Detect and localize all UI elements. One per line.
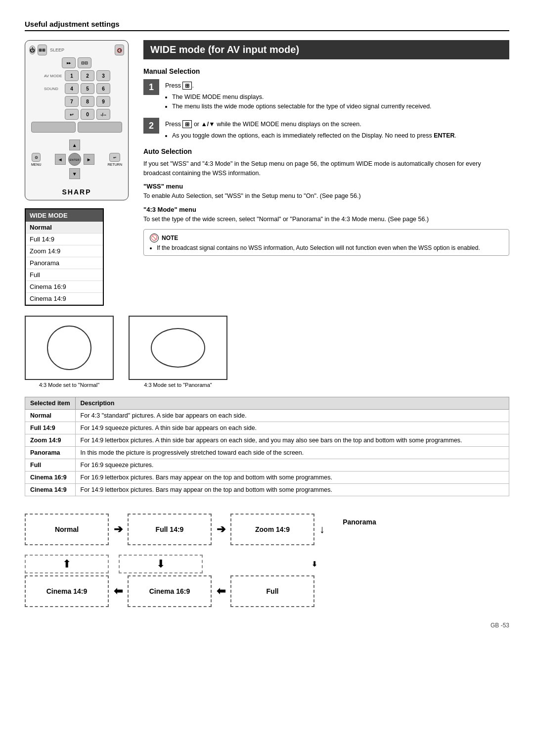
desc-full149: For 14:9 squeeze pictures. A thin side b… (75, 422, 509, 434)
remote-wide-btn[interactable]: ⊞⊞ (38, 45, 47, 55)
page-number: GB -53 (25, 622, 509, 629)
flow-cinema169: Cinema 16:9 (128, 575, 212, 607)
wide-mode-item-full149[interactable]: Full 14:9 (26, 234, 103, 245)
remote-btn-8[interactable]: 8 (81, 96, 94, 107)
remote-control: ⏻ ⊞⊞ SLEEP 🔇 ▸▸ ⊡⊡ AV MODE 1 2 3 SOUND 4… (25, 40, 129, 200)
step-1-num: 1 (143, 79, 159, 95)
images-row: 4:3 Mode set to "Normal" 4:3 Mode set to… (25, 316, 509, 388)
wide-btn-icon: ⊞ (182, 82, 192, 90)
remote-btn-2[interactable]: 2 (81, 70, 94, 81)
wide-mode-item-normal[interactable]: Normal (26, 222, 103, 234)
remote-btn-9[interactable]: 9 (96, 96, 110, 107)
manual-selection-title: Manual Selection (143, 67, 509, 75)
remote-blank-row1 (29, 122, 124, 133)
screen-circle-normal (47, 326, 91, 370)
remote-menu-icon[interactable]: ⊙ (32, 153, 41, 162)
caption-normal: 4:3 Mode set to "Normal" (39, 382, 99, 388)
flow-arrow-2: ➔ (212, 523, 230, 536)
remote-btn-6[interactable]: 6 (96, 83, 110, 94)
item-cinema169: Cinema 16:9 (25, 472, 76, 484)
image-box-panorama: 4:3 Mode set to "Panorama" (129, 316, 227, 388)
step-1-bullet-2: The menu lists the wide mode options sel… (172, 102, 432, 111)
dpad-up[interactable]: ▲ (69, 140, 80, 150)
dpad-right[interactable]: ► (84, 154, 94, 165)
remote-column: ⏻ ⊞⊞ SLEEP 🔇 ▸▸ ⊡⊡ AV MODE 1 2 3 SOUND 4… (25, 40, 134, 306)
wss-menu-body: To enable Auto Selection, set "WSS" in t… (143, 191, 509, 201)
table-header-row: Selected item Description (25, 397, 509, 410)
table-row: Full 14:9 For 14:9 squeeze pictures. A t… (25, 422, 509, 434)
remote-cc-btn[interactable]: ▸▸ (62, 57, 76, 68)
table-row: Cinema 14:9 For 14:9 letterbox pictures.… (25, 484, 509, 496)
remote-btn-5[interactable]: 5 (81, 83, 94, 94)
flow-arrow-down-right: ↓ (314, 523, 330, 536)
remote-dpad: ▲ ◄ ENTER ► ▼ (55, 140, 94, 179)
desc-full: For 16:9 squeeze pictures. (75, 459, 509, 472)
flow-arrow-left-1: ⬅ (109, 585, 128, 598)
remote-mute-btn[interactable]: 🔇 (115, 45, 124, 55)
wide-mode-item-full[interactable]: Full (26, 269, 103, 281)
dpad-down[interactable]: ▼ (69, 168, 80, 179)
remote-btn-3[interactable]: 3 (96, 70, 110, 81)
section-title: Useful adjustment settings (25, 20, 509, 31)
desc-cinema149: For 14:9 letterbox pictures. Bars may ap… (75, 484, 509, 496)
flow-normal-up: ⬆ (25, 555, 109, 573)
step-2-text: Press ⊞ or ▲/▼ while the WIDE MODE menu … (165, 118, 456, 141)
image-box-normal: 4:3 Mode set to "Normal" (25, 316, 114, 388)
remote-menu-label: MENU (31, 163, 42, 166)
remote-btn-4[interactable]: 4 (65, 83, 79, 94)
flow-bottom: Cinema 14:9 ⬅ Cinema 16:9 ⬅ Full (25, 575, 509, 607)
flow-mid: ⬆ ⬇ ⬇ (25, 555, 509, 573)
wide-mode-item-cinema149[interactable]: Cinema 14:9 (26, 293, 103, 305)
remote-btn-ch-prev[interactable]: ↩ (65, 109, 79, 120)
dpad-enter[interactable]: ENTER (68, 153, 81, 166)
mode43-menu-body: To set the type of the wide screen, sele… (143, 215, 509, 224)
av-mode-label: AV MODE (43, 74, 63, 78)
remote-wide-btn1[interactable] (31, 122, 76, 133)
table-row: Cinema 16:9 For 16:9 letterbox pictures.… (25, 472, 509, 484)
table-row: Full For 16:9 squeeze pictures. (25, 459, 509, 472)
remote-top2: ▸▸ ⊡⊡ (29, 57, 124, 68)
item-full: Full (25, 459, 76, 472)
caption-panorama: 4:3 Mode set to "Panorama" (144, 382, 212, 388)
desc-normal: For 4:3 "standard" pictures. A side bar … (75, 410, 509, 422)
table-row: Zoom 14:9 For 14:9 letterbox pictures. A… (25, 434, 509, 447)
screen-circle-panorama (151, 328, 205, 368)
flow-diagram: Normal ➔ Full 14:9 ➔ Zoom 14:9 ↓ Panoram… (25, 506, 509, 607)
remote-num-row2: SOUND 4 5 6 (29, 83, 124, 94)
sleep-label: SLEEP (49, 47, 113, 52)
step-1-row: 1 Press ⊞. The WIDE MODE menu displays. … (143, 79, 509, 111)
remote-mid-icons: ⊙ MENU ▲ ◄ ENTER ► ▼ ↩ RETURN (29, 135, 124, 184)
auto-selection-section: Auto Selection If you set "WSS" and "4:3… (143, 147, 509, 256)
wide-mode-header: WIDE MODE (26, 209, 103, 222)
remote-btn-7[interactable]: 7 (65, 96, 79, 107)
remote-btn-dash[interactable]: -/-- (96, 109, 110, 120)
wide-mode-item-zoom149[interactable]: Zoom 14:9 (26, 245, 103, 257)
note-bullet-1: If the broadcast signal contains no WSS … (157, 244, 503, 251)
step-2-row: 2 Press ⊞ or ▲/▼ while the WIDE MODE men… (143, 118, 509, 141)
remote-num-row4: ↩ 0 -/-- (29, 109, 124, 120)
remote-return-label: RETURN (108, 163, 122, 166)
remote-return-icon[interactable]: ↩ (109, 153, 120, 162)
right-content: WIDE mode (for AV input mode) Manual Sel… (143, 40, 509, 306)
note-bullets: If the broadcast signal contains no WSS … (157, 244, 503, 251)
auto-selection-body: If you set "WSS" and "4:3 Mode" in the S… (143, 159, 509, 178)
remote-btn-1[interactable]: 1 (65, 70, 79, 81)
item-normal: Normal (25, 410, 76, 422)
description-table: Selected item Description Normal For 4:3… (25, 397, 509, 496)
dpad-left[interactable]: ◄ (55, 154, 66, 165)
remote-btn-0[interactable]: 0 (81, 109, 94, 120)
flow-panorama-right-arrow: ⬇ (307, 560, 366, 568)
wss-menu-title: "WSS" menu (143, 183, 509, 190)
wide-mode-item-cinema169[interactable]: Cinema 16:9 (26, 281, 103, 293)
remote-pip-btn[interactable]: ⊡⊡ (78, 57, 91, 68)
wide-mode-menu: WIDE MODE Normal Full 14:9 Zoom 14:9 Pan… (25, 208, 104, 306)
remote-power-btn[interactable]: ⏻ (29, 46, 36, 54)
auto-selection-title: Auto Selection (143, 147, 509, 155)
flow-cinema149-box-dummy: ⬇ (119, 555, 203, 573)
flow-arrow-left-2: ⬅ (212, 585, 230, 598)
wide-btn-icon2: ⊞ (182, 120, 192, 128)
remote-num-row1: AV MODE 1 2 3 (29, 70, 124, 81)
wide-mode-item-panorama[interactable]: Panorama (26, 257, 103, 269)
remote-wide-btn2[interactable] (78, 122, 122, 133)
table-row: Normal For 4:3 "standard" pictures. A si… (25, 410, 509, 422)
